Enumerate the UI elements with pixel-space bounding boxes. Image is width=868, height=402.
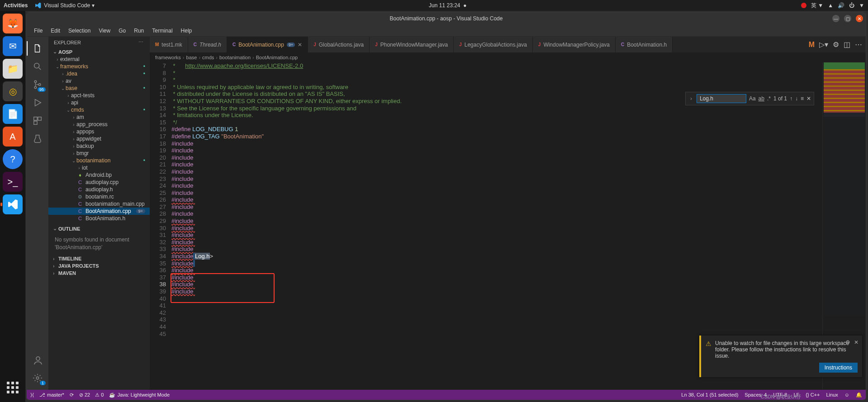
sidebar-menu-icon[interactable]: ⋯ xyxy=(138,39,144,45)
match-case-icon[interactable]: Aa xyxy=(749,95,756,102)
breadcrumb-item[interactable]: cmds xyxy=(202,55,214,60)
files-icon[interactable]: 📁 xyxy=(3,59,23,79)
status-feedback-icon[interactable]: ☺ xyxy=(844,392,849,398)
explorer-icon[interactable] xyxy=(27,39,48,57)
firefox-icon[interactable]: 🦊 xyxy=(3,14,23,33)
find-close-icon[interactable]: ✕ xyxy=(806,95,811,102)
status-branch[interactable]: ⎇ master* xyxy=(39,392,64,398)
ime-indicator[interactable]: 英 ▼ xyxy=(811,2,823,9)
folder-idea[interactable]: ›.idea• xyxy=(48,70,150,77)
folder-bmgr[interactable]: ›bmgr xyxy=(48,150,150,157)
folder-appops[interactable]: ›appops xyxy=(48,128,150,135)
system-menu-chevron-icon[interactable]: ▼ xyxy=(859,2,864,9)
find-next-icon[interactable]: ↓ xyxy=(795,95,798,102)
folder-am[interactable]: ›am xyxy=(48,114,150,121)
maven-title[interactable]: MAVEN xyxy=(58,270,76,276)
folder-apct[interactable]: ›apct-tests xyxy=(48,92,150,99)
status-java[interactable]: ☕ Java: Lightweight Mode xyxy=(109,392,170,398)
activities-button[interactable]: Activities xyxy=(4,2,28,9)
maximize-button[interactable]: ▢ xyxy=(844,15,851,22)
terminal-icon[interactable]: >_ xyxy=(3,172,23,192)
extensions-icon[interactable] xyxy=(27,112,48,130)
clock[interactable]: Jun 11 23:24 ● xyxy=(95,2,801,9)
tab-phonewindowmanager-java[interactable]: JPhoneWindowManager.java xyxy=(370,37,454,52)
notification-dot-icon[interactable] xyxy=(801,3,806,8)
menu-go[interactable]: Go xyxy=(115,26,129,35)
menu-help[interactable]: Help xyxy=(177,26,196,35)
menu-edit[interactable]: Edit xyxy=(47,26,64,35)
breadcrumb-item[interactable]: bootanimation xyxy=(219,55,251,60)
status-problems[interactable]: ⊘ 22 ⚠ 0 xyxy=(79,392,104,398)
folder-api[interactable]: ›api xyxy=(48,99,150,106)
minimize-button[interactable]: — xyxy=(832,15,840,22)
settings-gear-icon[interactable]: 1 xyxy=(27,369,48,387)
menu-selection[interactable]: Selection xyxy=(65,26,94,35)
menu-view[interactable]: View xyxy=(95,26,114,35)
file-bootmain[interactable]: Cbootanimation_main.cpp xyxy=(48,200,150,208)
volume-icon[interactable]: 🔊 xyxy=(838,2,844,9)
tabbar-makefile-icon[interactable]: M xyxy=(809,41,815,49)
power-icon[interactable]: ⏻ xyxy=(849,2,854,9)
instructions-button[interactable]: Instructions xyxy=(819,363,858,373)
libreoffice-icon[interactable]: 📄 xyxy=(3,104,23,124)
help-icon[interactable]: ? xyxy=(3,149,23,169)
source-control-icon[interactable]: 95 xyxy=(27,76,48,94)
folder-appprocess[interactable]: ›app_process xyxy=(48,121,150,128)
menu-terminal[interactable]: Terminal xyxy=(148,26,176,35)
breadcrumb-item[interactable]: frameworks xyxy=(155,55,181,60)
folder-appwidget[interactable]: ›appwidget xyxy=(48,135,150,142)
status-sync[interactable]: ⟳ xyxy=(70,392,74,398)
find-selection-icon[interactable]: ≡ xyxy=(801,95,804,102)
folder-backup[interactable]: ›backup xyxy=(48,142,150,150)
tab-thread-h[interactable]: CThread.h xyxy=(188,37,227,52)
tab-legacyglobalactions-java[interactable]: JLegacyGlobalActions.java xyxy=(454,37,533,52)
status-lang[interactable]: {} C++ xyxy=(806,392,820,398)
vscode-launcher-icon[interactable] xyxy=(3,194,23,214)
javaprojects-title[interactable]: JAVA PROJECTS xyxy=(58,263,99,269)
folder-external[interactable]: ›external xyxy=(48,56,150,63)
outline-title[interactable]: OUTLINE xyxy=(58,226,80,232)
notification-gear-icon[interactable]: ⚙ xyxy=(845,339,850,345)
status-remote-icon[interactable]: ⟩⟨ xyxy=(30,392,34,398)
whole-word-icon[interactable]: ab xyxy=(759,95,764,102)
run-debug-icon[interactable] xyxy=(27,94,48,112)
tabbar-more-icon[interactable]: ⋯ xyxy=(855,40,862,49)
thunderbird-icon[interactable]: ✉ xyxy=(3,36,23,56)
status-os[interactable]: Linux xyxy=(826,392,838,398)
search-icon[interactable] xyxy=(27,57,48,76)
breadcrumb-item[interactable]: base xyxy=(186,55,197,60)
folder-frameworks[interactable]: ⌄frameworks• xyxy=(48,63,150,70)
find-input[interactable] xyxy=(697,94,746,103)
folder-base[interactable]: ⌄base• xyxy=(48,85,150,92)
file-bootanimrc[interactable]: ⚙bootanim.rc xyxy=(48,193,150,200)
menu-run[interactable]: Run xyxy=(130,26,147,35)
folder-bootanimation[interactable]: ⌄bootanimation• xyxy=(48,157,150,164)
find-expand-icon[interactable]: › xyxy=(688,95,694,102)
file-androidbp[interactable]: ♦Android.bp xyxy=(48,171,150,179)
folder-cmds[interactable]: ⌄cmds• xyxy=(48,106,150,114)
file-audioplaycpp[interactable]: Caudioplay.cpp xyxy=(48,179,150,186)
close-button[interactable]: ✕ xyxy=(856,15,863,22)
tab-globalactions-java[interactable]: JGlobalActions.java xyxy=(308,37,370,52)
breadcrumbs[interactable]: frameworks›base›cmds›bootanimation›BootA… xyxy=(150,52,866,62)
folder-iot[interactable]: ›iot xyxy=(48,164,150,171)
account-icon[interactable] xyxy=(27,351,48,369)
run-play-icon[interactable]: ▷▾ xyxy=(819,40,828,49)
rhythmbox-icon[interactable]: ◎ xyxy=(3,81,23,101)
tab-bootanimation-cpp[interactable]: CBootAnimation.cpp9+✕ xyxy=(227,37,308,52)
show-apps-icon[interactable] xyxy=(3,378,23,397)
find-prev-icon[interactable]: ↑ xyxy=(790,95,792,102)
app-indicator[interactable]: Visual Studio Code ▾ xyxy=(35,2,94,9)
status-bell-icon[interactable]: 🔔 xyxy=(856,392,862,398)
tab-test1-mk[interactable]: Mtest1.mk xyxy=(150,37,188,52)
tab-bootanimation-h[interactable]: CBootAnimation.h xyxy=(616,37,673,52)
tab-windowmanagerpolicy-java[interactable]: JWindowManagerPolicy.java xyxy=(533,37,616,52)
file-booth[interactable]: CBootAnimation.h xyxy=(48,215,150,222)
test-icon[interactable] xyxy=(27,130,48,148)
notification-close-icon[interactable]: ✕ xyxy=(854,339,859,345)
file-audioplayh[interactable]: Caudioplay.h xyxy=(48,186,150,193)
regex-icon[interactable]: .* xyxy=(767,95,771,102)
breadcrumb-item[interactable]: BootAnimation.cpp xyxy=(256,55,298,60)
network-icon[interactable]: ▲ xyxy=(828,2,833,9)
tabbar-gear-icon[interactable]: ⚙ xyxy=(833,40,839,49)
